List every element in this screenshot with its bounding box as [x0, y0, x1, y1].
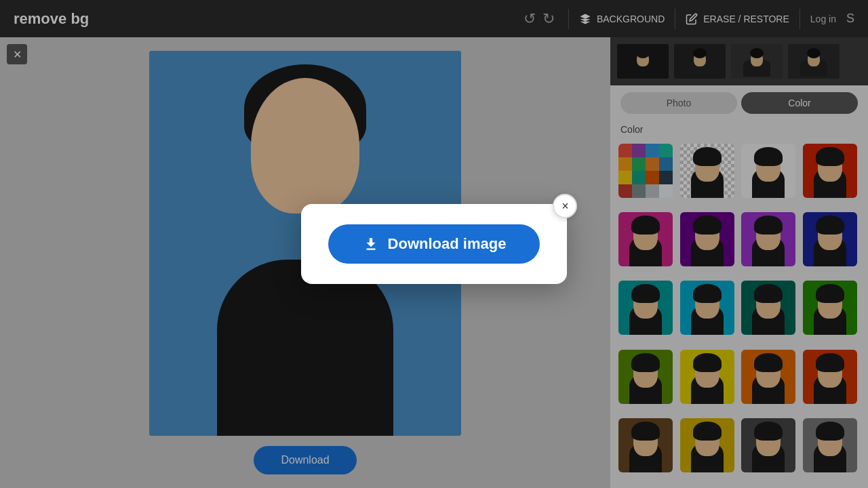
download-modal: × Download image: [301, 204, 568, 284]
modal-download-label: Download image: [388, 235, 507, 253]
close-icon: ×: [561, 199, 569, 214]
download-icon: [362, 235, 380, 253]
modal-download-image-button[interactable]: Download image: [328, 224, 540, 264]
modal-close-button[interactable]: ×: [553, 194, 577, 218]
modal-overlay[interactable]: × Download image: [0, 0, 868, 488]
